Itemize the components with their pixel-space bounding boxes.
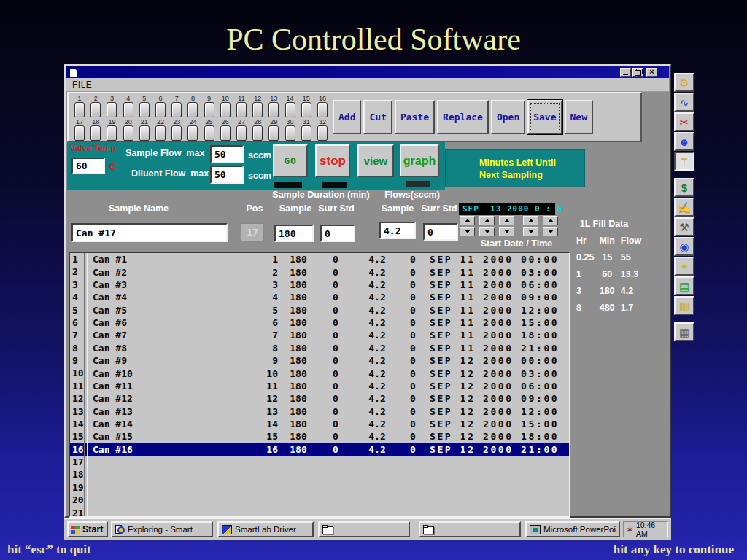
table-row[interactable]: 2 Can #2 2 180 0 4.2 0 SEP 11 2000 03:00 xyxy=(70,265,569,278)
canister-button[interactable] xyxy=(74,102,85,117)
sample-flow-input[interactable] xyxy=(210,145,244,163)
go-button[interactable]: GO xyxy=(273,144,308,177)
sample-name-cell[interactable]: Can #13 xyxy=(88,406,259,417)
table-row[interactable]: 14 Can #14 14 180 0 4.2 0 SEP 12 2000 15… xyxy=(70,418,569,430)
spin-up-button[interactable] xyxy=(523,216,538,225)
sample-name-cell[interactable]: Can #2 xyxy=(88,267,259,278)
task-button-powerpoint[interactable]: Microsoft PowerPoi... xyxy=(525,521,620,537)
table-row[interactable]: 17 xyxy=(70,456,569,468)
canister-button[interactable] xyxy=(123,125,133,141)
task-button-untitled-1[interactable] xyxy=(318,521,410,537)
shortcut-button[interactable]: ✂ xyxy=(674,112,694,131)
table-row[interactable]: 12 Can #12 12 180 0 4.2 0 SEP 12 2000 09… xyxy=(70,392,569,405)
sample-name-cell[interactable]: Can #6 xyxy=(88,317,259,328)
shortcut-button[interactable]: ▥ xyxy=(674,296,694,315)
canister-button[interactable] xyxy=(155,125,166,141)
canister-button[interactable] xyxy=(252,125,263,141)
action-button[interactable]: Save xyxy=(527,100,562,134)
canister-button[interactable] xyxy=(155,102,166,117)
window-titlebar[interactable]: × xyxy=(66,66,669,78)
table-row[interactable]: 19 xyxy=(70,481,569,494)
table-row[interactable]: 11 Can #11 11 180 0 4.2 0 SEP 12 2000 06… xyxy=(70,380,569,392)
table-row[interactable]: 10 Can #10 10 180 0 4.2 0 SEP 12 2000 03… xyxy=(70,367,569,379)
task-button-untitled-2[interactable] xyxy=(419,521,521,537)
canister-button[interactable] xyxy=(139,125,150,141)
shortcut-button[interactable]: ◉ xyxy=(674,237,694,256)
sample-name-cell[interactable]: Can #15 xyxy=(88,431,259,442)
sample-name-cell[interactable]: Can #9 xyxy=(88,355,259,366)
action-button[interactable]: New xyxy=(565,100,593,134)
action-button[interactable]: Add xyxy=(333,100,361,134)
close-button[interactable]: × xyxy=(646,68,657,77)
canister-button[interactable] xyxy=(285,125,295,141)
shortcut-button[interactable]: ✦ xyxy=(674,257,694,276)
shortcut-button[interactable]: ▦ xyxy=(674,322,694,341)
graph-button[interactable]: graph xyxy=(400,144,439,177)
canister-button[interactable] xyxy=(90,125,101,141)
diluent-flow-input[interactable] xyxy=(210,166,244,184)
sample-name-cell[interactable]: Can #1 xyxy=(88,254,259,265)
canister-button[interactable] xyxy=(139,102,150,117)
start-button[interactable]: Start xyxy=(67,521,108,537)
sample-name-cell[interactable]: Can #14 xyxy=(88,419,259,429)
spin-down-button[interactable] xyxy=(543,227,558,236)
shortcut-button[interactable]: ∿ xyxy=(674,93,694,112)
table-row[interactable]: 16 Can #16 16 180 0 4.2 0 SEP 12 2000 21… xyxy=(70,443,569,456)
canister-button[interactable] xyxy=(220,125,231,141)
canister-button[interactable] xyxy=(268,125,279,141)
sample-name-cell[interactable]: Can #8 xyxy=(88,343,259,354)
minimize-button[interactable] xyxy=(620,68,631,77)
table-row[interactable]: 21 xyxy=(70,507,569,518)
table-row[interactable]: 6 Can #6 6 180 0 4.2 0 SEP 11 2000 15:00 xyxy=(70,316,569,329)
action-button[interactable]: Open xyxy=(491,100,525,134)
shortcut-button[interactable]: ⚒ xyxy=(674,217,694,236)
menu-item-file[interactable]: FILE xyxy=(72,79,92,90)
canister-button[interactable] xyxy=(301,102,311,117)
table-row[interactable]: 9 Can #9 9 180 0 4.2 0 SEP 12 2000 00:00 xyxy=(70,354,569,367)
canister-button[interactable] xyxy=(236,125,247,141)
spin-down-button[interactable] xyxy=(499,227,514,236)
shortcut-button[interactable]: ✍ xyxy=(674,198,694,217)
task-button-exploring[interactable]: Exploring - Smart xyxy=(111,521,213,537)
canister-button[interactable] xyxy=(204,125,214,141)
canister-button[interactable] xyxy=(301,125,311,141)
canister-button[interactable] xyxy=(285,102,295,117)
spin-up-button[interactable] xyxy=(460,216,475,225)
canister-button[interactable] xyxy=(171,102,182,117)
view-button[interactable]: view xyxy=(357,144,394,177)
canister-button[interactable] xyxy=(74,125,85,141)
tray-app-icon[interactable]: ✶ xyxy=(626,525,634,534)
task-button-smartlab[interactable]: SmartLab Driver xyxy=(217,521,314,537)
table-row[interactable]: 3 Can #3 3 180 0 4.2 0 SEP 11 2000 06:00 xyxy=(70,279,569,291)
spin-down-button[interactable] xyxy=(523,227,538,236)
restore-button[interactable] xyxy=(632,68,643,77)
sample-name-cell[interactable]: Can #3 xyxy=(88,279,259,290)
shortcut-button[interactable]: ⚙ xyxy=(674,73,694,92)
spin-down-button[interactable] xyxy=(460,227,475,236)
sample-name-cell[interactable]: Can #7 xyxy=(88,330,259,341)
canister-button[interactable] xyxy=(317,125,328,141)
table-row[interactable]: 8 Can #8 8 180 0 4.2 0 SEP 11 2000 21:00 xyxy=(70,342,569,354)
action-button[interactable]: Cut xyxy=(363,100,392,134)
canister-button[interactable] xyxy=(187,102,198,117)
table-row[interactable]: 13 Can #13 13 180 0 4.2 0 SEP 12 2000 12… xyxy=(70,405,569,418)
table-row[interactable]: 20 xyxy=(70,494,569,506)
surr-std-flow-input[interactable] xyxy=(423,223,458,241)
surr-std-duration-input[interactable] xyxy=(320,225,355,242)
shortcut-button[interactable]: $ xyxy=(674,178,694,197)
canister-button[interactable] xyxy=(204,102,214,117)
canister-button[interactable] xyxy=(123,102,133,117)
table-row[interactable]: 1 Can #1 1 180 0 4.2 0 SEP 11 2000 00:00 xyxy=(70,253,569,265)
canister-button[interactable] xyxy=(236,102,247,117)
spin-down-button[interactable] xyxy=(479,227,495,236)
canister-button[interactable] xyxy=(171,125,182,141)
canister-button[interactable] xyxy=(107,125,117,141)
shortcut-button[interactable]: ▤ xyxy=(674,276,694,295)
sample-duration-input[interactable] xyxy=(274,225,314,242)
action-button[interactable]: Replace xyxy=(437,100,489,134)
spin-up-button[interactable] xyxy=(479,216,495,225)
table-row[interactable]: 4 Can #4 4 180 0 4.2 0 SEP 11 2000 09:00 xyxy=(70,291,569,303)
stop-button[interactable]: stop xyxy=(315,144,350,177)
spin-up-button[interactable] xyxy=(499,216,514,225)
shortcut-button[interactable]: ☻ xyxy=(674,132,694,151)
